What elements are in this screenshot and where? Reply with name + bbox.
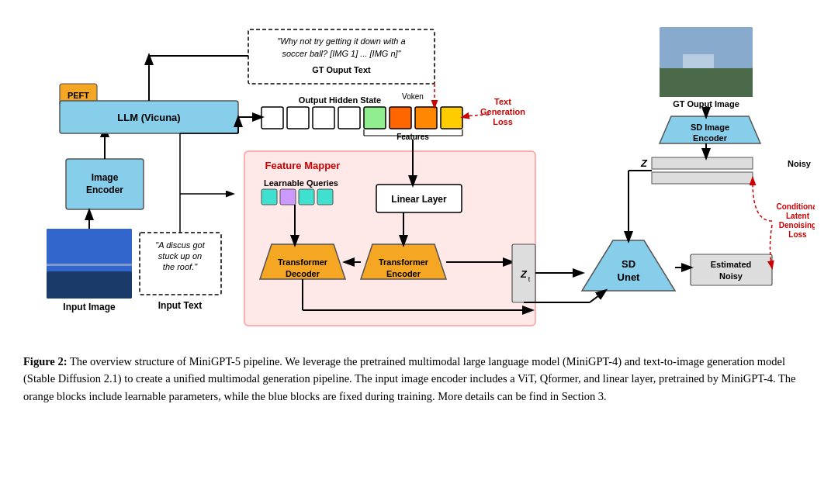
svg-text:Estimated: Estimated — [711, 260, 752, 269]
svg-rect-54 — [280, 189, 296, 205]
svg-rect-5 — [47, 264, 132, 266]
svg-text:"A discus got: "A discus got — [155, 240, 205, 250]
svg-text:Output Hidden State: Output Hidden State — [299, 95, 381, 105]
figure-caption: Figure 2: The overview structure of Mini… — [23, 349, 815, 405]
svg-text:Input Text: Input Text — [158, 300, 202, 311]
svg-text:Voken: Voken — [402, 92, 424, 101]
diagram-area: Input Image "A discus got stuck up on th… — [23, 16, 815, 341]
svg-text:Latent: Latent — [786, 212, 810, 220]
svg-rect-35 — [313, 107, 334, 129]
svg-text:Feature Mapper: Feature Mapper — [265, 160, 341, 171]
svg-text:Noisy: Noisy — [719, 271, 743, 281]
svg-text:soccer ball? [IMG 1] ... [IMG : soccer ball? [IMG 1] ... [IMG n]" — [282, 49, 401, 58]
svg-rect-96 — [691, 254, 772, 285]
svg-text:Z: Z — [640, 157, 648, 169]
svg-rect-50 — [244, 151, 535, 326]
svg-text:Z: Z — [520, 268, 528, 280]
svg-text:Unet: Unet — [618, 271, 641, 283]
svg-rect-53 — [261, 189, 277, 205]
svg-text:Learnable Queries: Learnable Queries — [264, 178, 338, 188]
svg-text:Loss: Loss — [493, 117, 513, 126]
svg-rect-86 — [652, 157, 753, 169]
svg-rect-79 — [683, 54, 714, 68]
svg-rect-40 — [441, 107, 462, 129]
svg-text:Encoder: Encoder — [386, 269, 421, 278]
svg-text:GT Ouput Image: GT Ouput Image — [673, 99, 739, 109]
svg-text:Input Image: Input Image — [63, 302, 116, 312]
svg-text:Transformer: Transformer — [278, 257, 328, 267]
svg-text:Encoder: Encoder — [693, 133, 728, 143]
svg-rect-34 — [287, 107, 309, 129]
svg-rect-39 — [415, 107, 437, 129]
svg-text:"Why not try getting it down w: "Why not try getting it down with a — [277, 36, 405, 46]
svg-text:Conditional: Conditional — [777, 202, 815, 211]
svg-text:PEFT: PEFT — [68, 91, 89, 100]
svg-rect-37 — [364, 107, 386, 129]
svg-rect-36 — [338, 107, 360, 129]
figure-label: Figure 2: — [23, 355, 68, 368]
svg-rect-38 — [390, 107, 411, 129]
svg-text:SD: SD — [622, 258, 635, 270]
svg-text:Encoder: Encoder — [86, 185, 123, 195]
svg-rect-33 — [261, 107, 283, 129]
caption-text: The overview structure of MiniGPT-5 pipe… — [23, 355, 796, 402]
svg-text:GT Ouput Text: GT Ouput Text — [312, 65, 371, 74]
svg-text:stuck up on: stuck up on — [158, 251, 202, 261]
svg-rect-76 — [660, 68, 753, 97]
svg-text:Denoising: Denoising — [779, 221, 815, 230]
svg-rect-88 — [652, 172, 753, 184]
svg-text:Transformer: Transformer — [379, 257, 429, 267]
svg-text:LLM (Vicuna): LLM (Vicuna) — [117, 112, 180, 123]
svg-text:Loss: Loss — [788, 230, 807, 239]
svg-text:SD Image: SD Image — [691, 123, 729, 132]
svg-text:Image: Image — [92, 172, 119, 183]
svg-rect-3 — [47, 271, 132, 299]
diagram-svg: Input Image "A discus got stuck up on th… — [23, 16, 815, 341]
svg-text:Decoder: Decoder — [286, 269, 320, 278]
main-container: Input Image "A discus got stuck up on th… — [0, 0, 838, 504]
svg-text:the roof.": the roof." — [163, 262, 198, 271]
svg-rect-55 — [299, 189, 314, 205]
svg-text:Linear Layer: Linear Layer — [391, 194, 447, 205]
svg-rect-56 — [317, 189, 333, 205]
svg-text:Noisy: Noisy — [788, 159, 812, 168]
svg-text:Text: Text — [494, 97, 511, 106]
